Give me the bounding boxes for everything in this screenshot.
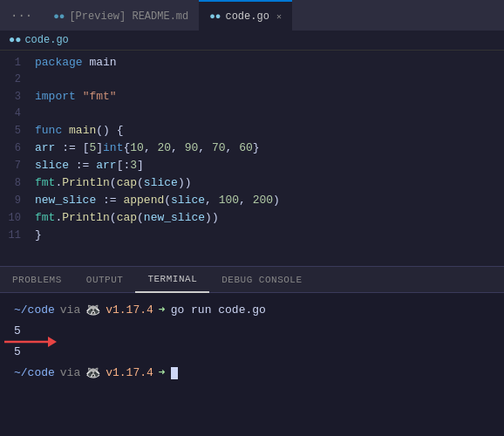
line-content: slice := arr[:3]	[35, 157, 144, 174]
terminal-cursor	[171, 367, 178, 379]
terminal-version: v1.17.4	[106, 302, 153, 319]
line-number: 7	[0, 158, 35, 174]
line-number: 8	[0, 175, 35, 192]
line-number: 6	[0, 140, 35, 157]
terminal-line-prompt2: ~/code via 🦝 v1.17.4 ➜	[14, 364, 490, 382]
panel-tab-output[interactable]: OUTPUT	[74, 267, 136, 293]
terminal-arrow2: ➜	[159, 364, 166, 382]
code-line: 10fmt.Println(cap(new_slice))	[0, 209, 504, 227]
terminal-output2: 5	[14, 344, 490, 361]
code-line: 6arr := [5]int{10, 20, 90, 70, 60}	[0, 140, 504, 157]
markdown-icon: ●●	[53, 11, 65, 22]
panel: PROBLEMS OUTPUT TERMINAL DEBUG CONSOLE ~…	[0, 266, 504, 436]
line-number: 10	[0, 210, 35, 227]
code-line: 8fmt.Println(cap(slice))	[0, 174, 504, 192]
line-content: package main	[35, 54, 117, 71]
line-content: import "fmt"	[35, 88, 117, 105]
breadcrumb: ●● code.go	[0, 31, 504, 51]
terminal-prompt2: ~/code	[14, 364, 55, 382]
svg-marker-1	[48, 337, 57, 347]
tab-readme-label: [Preview] README.md	[69, 10, 188, 23]
terminal-output1: 5	[14, 323, 490, 340]
line-content: arr := [5]int{10, 20, 90, 70, 60}	[35, 140, 260, 156]
terminal-line-cmd: ~/code via 🦝 v1.17.4 ➜ go run code.go	[14, 302, 490, 319]
line-content: }	[35, 227, 42, 243]
terminal-prompt1: ~/code	[14, 302, 55, 319]
code-lines: 1package main23import "fmt"45func main()…	[0, 51, 504, 248]
code-line: 1package main	[0, 54, 504, 72]
go-file-icon: ●●	[209, 11, 221, 22]
code-line: 5func main() {	[0, 122, 504, 140]
code-line: 2	[0, 72, 504, 88]
terminal-via2: via	[60, 364, 80, 382]
line-content: func main() {	[35, 122, 123, 139]
tab-group: ●● [Preview] README.md ●● code.go ✕	[43, 0, 292, 31]
code-line: 7slice := arr[:3]	[0, 157, 504, 174]
code-line: 9new_slice := append(slice, 100, 200)	[0, 192, 504, 209]
go-breadcrumb-icon: ●●	[9, 34, 21, 46]
panel-tab-debug[interactable]: DEBUG CONSOLE	[209, 267, 314, 293]
terminal-body: ~/code via 🦝 v1.17.4 ➜ go run code.go 5 …	[0, 293, 504, 436]
line-number: 11	[0, 228, 35, 244]
terminal-raccoon2: 🦝	[85, 364, 100, 382]
terminal-via: via	[60, 302, 80, 319]
code-line: 11}	[0, 227, 504, 244]
panel-tab-problems[interactable]: PROBLEMS	[0, 267, 74, 293]
tab-code[interactable]: ●● code.go ✕	[199, 0, 292, 31]
breadcrumb-label: code.go	[24, 34, 68, 46]
code-line: 4	[0, 106, 504, 122]
terminal-raccoon: 🦝	[85, 302, 100, 319]
title-bar: ··· ●● [Preview] README.md ●● code.go ✕	[0, 0, 504, 31]
line-content: fmt.Println(cap(new_slice))	[35, 209, 219, 226]
red-arrow-annotation	[0, 331, 61, 352]
line-number: 9	[0, 193, 35, 209]
line-number: 5	[0, 123, 35, 140]
terminal-arrow1: ➜	[159, 302, 166, 319]
code-editor: 1package main23import "fmt"45func main()…	[0, 51, 504, 266]
panel-tab-terminal[interactable]: TERMINAL	[135, 267, 209, 293]
panel-tabs: PROBLEMS OUTPUT TERMINAL DEBUG CONSOLE	[0, 267, 504, 293]
line-content: new_slice := append(slice, 100, 200)	[35, 192, 280, 208]
tab-code-label: code.go	[225, 10, 269, 23]
line-number: 4	[0, 106, 35, 122]
code-line: 3import "fmt"	[0, 88, 504, 106]
tab-readme[interactable]: ●● [Preview] README.md	[43, 0, 199, 31]
line-number: 1	[0, 55, 35, 72]
tab-close-icon[interactable]: ✕	[276, 11, 282, 22]
line-content: fmt.Println(cap(slice))	[35, 174, 191, 191]
terminal-version2: v1.17.4	[106, 364, 153, 382]
line-number: 2	[0, 72, 35, 88]
line-number: 3	[0, 89, 35, 106]
terminal-command: go run code.go	[171, 302, 266, 319]
menu-dots[interactable]: ···	[7, 5, 36, 26]
